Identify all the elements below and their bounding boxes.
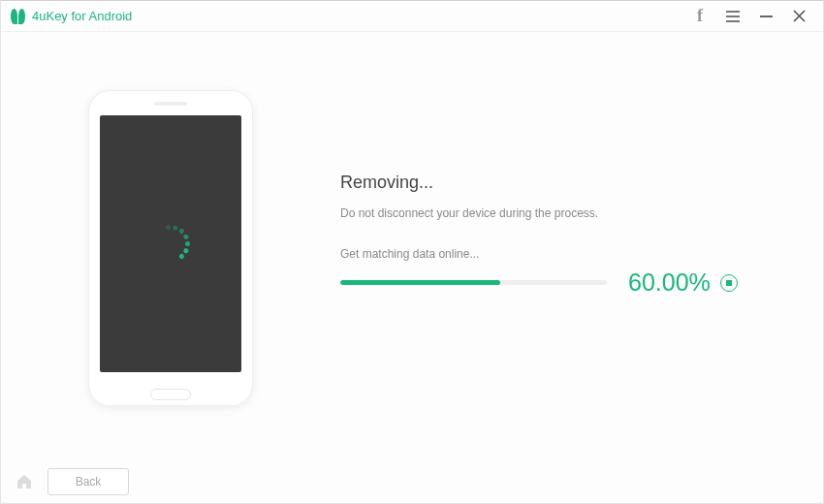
titlebar-controls: f: [683, 2, 815, 31]
phone-speaker-icon: [154, 102, 187, 106]
close-icon: [793, 10, 806, 22]
menu-button[interactable]: [716, 2, 749, 31]
phone-illustration: [88, 90, 253, 406]
phone-home-button-icon: [150, 389, 191, 400]
stop-button[interactable]: [720, 274, 738, 292]
status-title: Removing...: [340, 173, 784, 193]
progress-row: 60.00%: [340, 268, 784, 297]
facebook-button[interactable]: f: [683, 2, 716, 31]
back-button-label: Back: [76, 475, 102, 488]
progress-panel: Removing... Do not disconnect your devic…: [340, 173, 784, 297]
progress-bar: [340, 280, 607, 285]
main-content: Removing... Do not disconnect your devic…: [1, 32, 823, 460]
home-button[interactable]: [11, 468, 38, 495]
phone-screen: [100, 115, 241, 372]
back-button[interactable]: Back: [48, 468, 129, 495]
minimize-button[interactable]: [749, 2, 782, 31]
titlebar-left: 4uKey for Android: [11, 9, 683, 24]
bottombar: Back: [1, 460, 823, 503]
progress-percent: 60.00%: [628, 268, 711, 297]
stop-icon: [726, 280, 732, 286]
app-logo-icon: [11, 9, 26, 24]
menu-icon: [726, 11, 740, 22]
facebook-icon: f: [697, 6, 703, 26]
minimize-icon: [760, 16, 773, 17]
home-icon: [16, 473, 33, 490]
status-step: Get matching data online...: [340, 247, 784, 261]
status-warning: Do not disconnect your device during the…: [340, 206, 784, 220]
app-title: 4uKey for Android: [32, 9, 132, 23]
titlebar: 4uKey for Android f: [1, 1, 823, 32]
close-button[interactable]: [782, 2, 815, 31]
progress-fill: [340, 280, 500, 285]
loading-spinner-icon: [149, 223, 192, 266]
